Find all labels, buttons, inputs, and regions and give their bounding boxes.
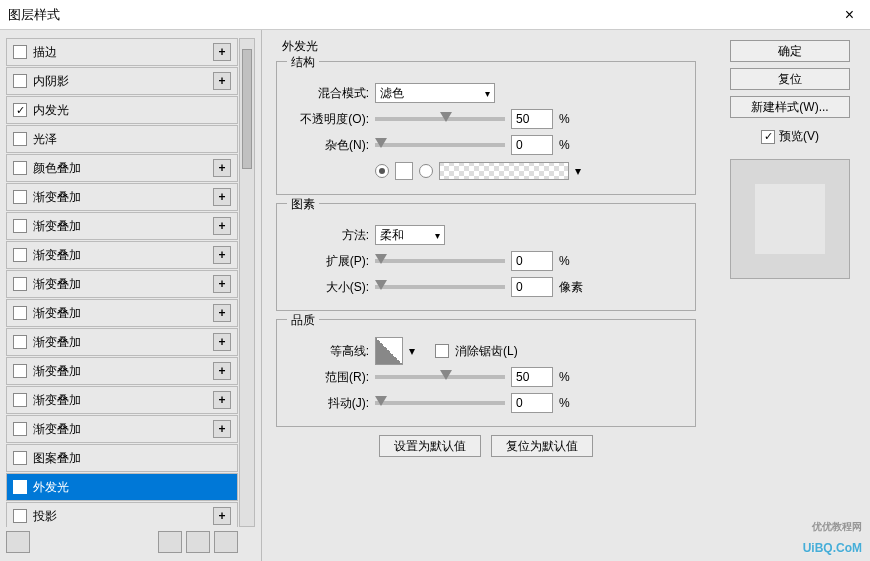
style-item[interactable]: 光泽	[6, 125, 238, 153]
gradient-picker[interactable]	[439, 162, 569, 180]
up-button[interactable]	[158, 531, 182, 553]
style-checkbox[interactable]	[13, 451, 27, 465]
noise-slider[interactable]	[375, 143, 505, 147]
list-footer	[6, 531, 238, 553]
style-checkbox[interactable]	[13, 335, 27, 349]
style-item[interactable]: 渐变叠加+	[6, 328, 238, 356]
style-item[interactable]: 渐变叠加+	[6, 357, 238, 385]
blend-mode-select[interactable]: 滤色 ▾	[375, 83, 495, 103]
style-item[interactable]: 颜色叠加+	[6, 154, 238, 182]
panel-title: 外发光	[276, 38, 696, 55]
jitter-slider[interactable]	[375, 401, 505, 405]
style-checkbox[interactable]	[13, 422, 27, 436]
spread-label: 扩展(P):	[289, 253, 369, 270]
scrollbar[interactable]	[239, 38, 255, 527]
antialias-checkbox[interactable]	[435, 344, 449, 358]
style-checkbox[interactable]	[13, 74, 27, 88]
chevron-down-icon[interactable]: ▾	[409, 344, 415, 358]
reset-default-button[interactable]: 复位为默认值	[491, 435, 593, 457]
add-icon[interactable]: +	[213, 420, 231, 438]
range-slider[interactable]	[375, 375, 505, 379]
watermark: 优优教程网 UiBQ.CoM	[803, 520, 862, 557]
spread-slider[interactable]	[375, 259, 505, 263]
color-radio[interactable]	[375, 164, 389, 178]
style-checkbox[interactable]	[13, 393, 27, 407]
contour-label: 等高线:	[289, 343, 369, 360]
opacity-slider[interactable]	[375, 117, 505, 121]
style-item[interactable]: 渐变叠加+	[6, 212, 238, 240]
style-checkbox[interactable]	[13, 190, 27, 204]
style-checkbox[interactable]	[13, 364, 27, 378]
settings-panel: 外发光 结构 混合模式: 滤色 ▾ 不透明度(O): 50 % 杂色(N): 0	[262, 30, 710, 561]
preview-label: 预览(V)	[779, 128, 819, 145]
spread-input[interactable]: 0	[511, 251, 553, 271]
style-item[interactable]: 渐变叠加+	[6, 270, 238, 298]
jitter-input[interactable]: 0	[511, 393, 553, 413]
opacity-input[interactable]: 50	[511, 109, 553, 129]
method-select[interactable]: 柔和 ▾	[375, 225, 445, 245]
method-label: 方法:	[289, 227, 369, 244]
fx-menu-button[interactable]	[6, 531, 30, 553]
style-checkbox[interactable]	[13, 161, 27, 175]
add-icon[interactable]: +	[213, 188, 231, 206]
preview-checkbox[interactable]: ✓	[761, 130, 775, 144]
add-icon[interactable]: +	[213, 43, 231, 61]
add-icon[interactable]: +	[213, 159, 231, 177]
watermark-sub: 优优教程网	[803, 520, 862, 534]
style-checkbox[interactable]: ✓	[13, 480, 27, 494]
add-icon[interactable]: +	[213, 72, 231, 90]
make-default-button[interactable]: 设置为默认值	[379, 435, 481, 457]
add-icon[interactable]: +	[213, 333, 231, 351]
style-checkbox[interactable]	[13, 248, 27, 262]
blend-value: 滤色	[380, 85, 404, 102]
style-item[interactable]: ✓外发光	[6, 473, 238, 501]
range-input[interactable]: 50	[511, 367, 553, 387]
size-input[interactable]: 0	[511, 277, 553, 297]
style-checkbox[interactable]	[13, 132, 27, 146]
chevron-down-icon: ▾	[435, 230, 440, 241]
style-item[interactable]: 投影+	[6, 502, 238, 527]
new-style-button[interactable]: 新建样式(W)...	[730, 96, 850, 118]
quality-title: 品质	[287, 312, 319, 329]
add-icon[interactable]: +	[213, 275, 231, 293]
add-icon[interactable]: +	[213, 217, 231, 235]
range-label: 范围(R):	[289, 369, 369, 386]
add-icon[interactable]: +	[213, 246, 231, 264]
delete-button[interactable]	[214, 531, 238, 553]
style-item[interactable]: 渐变叠加+	[6, 183, 238, 211]
style-checkbox[interactable]	[13, 509, 27, 523]
style-label: 投影	[33, 508, 213, 525]
style-checkbox[interactable]: ✓	[13, 103, 27, 117]
down-button[interactable]	[186, 531, 210, 553]
gradient-radio[interactable]	[419, 164, 433, 178]
add-icon[interactable]: +	[213, 507, 231, 525]
style-checkbox[interactable]	[13, 306, 27, 320]
ok-button[interactable]: 确定	[730, 40, 850, 62]
add-icon[interactable]: +	[213, 391, 231, 409]
size-slider[interactable]	[375, 285, 505, 289]
cancel-button[interactable]: 复位	[730, 68, 850, 90]
content: 描边+内阴影+✓内发光光泽颜色叠加+渐变叠加+渐变叠加+渐变叠加+渐变叠加+渐变…	[0, 30, 870, 561]
style-item[interactable]: 渐变叠加+	[6, 299, 238, 327]
glow-color-swatch[interactable]	[395, 162, 413, 180]
style-item[interactable]: 渐变叠加+	[6, 386, 238, 414]
style-checkbox[interactable]	[13, 219, 27, 233]
style-item[interactable]: 渐变叠加+	[6, 241, 238, 269]
scroll-thumb[interactable]	[242, 49, 252, 169]
contour-picker[interactable]	[375, 337, 403, 365]
style-item[interactable]: 渐变叠加+	[6, 415, 238, 443]
chevron-down-icon[interactable]: ▾	[575, 164, 581, 178]
style-item[interactable]: 描边+	[6, 38, 238, 66]
style-checkbox[interactable]	[13, 277, 27, 291]
add-icon[interactable]: +	[213, 362, 231, 380]
size-label: 大小(S):	[289, 279, 369, 296]
noise-input[interactable]: 0	[511, 135, 553, 155]
add-icon[interactable]: +	[213, 304, 231, 322]
style-item[interactable]: 内阴影+	[6, 67, 238, 95]
style-checkbox[interactable]	[13, 45, 27, 59]
close-icon[interactable]: ×	[837, 6, 862, 24]
style-item[interactable]: ✓内发光	[6, 96, 238, 124]
style-label: 光泽	[33, 131, 231, 148]
style-label: 外发光	[33, 479, 231, 496]
style-item[interactable]: 图案叠加	[6, 444, 238, 472]
